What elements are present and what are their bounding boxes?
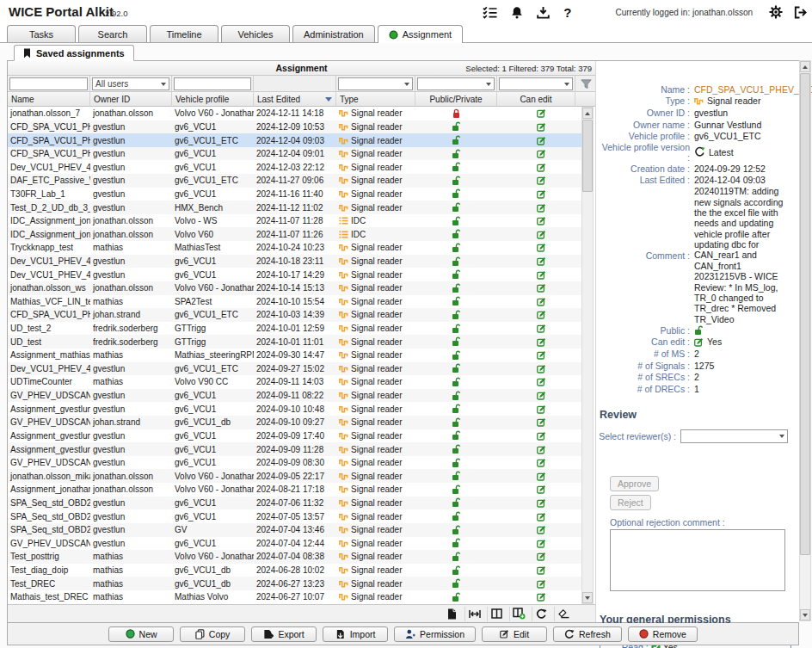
reject-button[interactable]: Reject [610, 495, 651, 510]
logged-in-status: Currently logged in: jonathan.olsson [615, 8, 753, 17]
new-button[interactable]: New [108, 626, 174, 642]
table-row[interactable]: jonathan.olsson_mikajonathan.olssonVolvo… [8, 469, 585, 483]
remove-button[interactable]: Remove [628, 626, 698, 642]
scroll-down-button[interactable] [582, 592, 593, 603]
col-header-name[interactable]: Name [8, 92, 90, 107]
task-list-icon[interactable] [483, 6, 497, 19]
filter-profile-input[interactable] [174, 77, 251, 90]
col-header-canedit[interactable]: Can edit [497, 92, 575, 107]
scrollbar-thumb[interactable] [800, 73, 810, 555]
table-row[interactable]: CFD_SPA_VCU1_PHE...gvestlungv6_VCU12024-… [8, 120, 585, 134]
refresh-button[interactable]: Refresh [553, 626, 622, 642]
table-row[interactable]: Test_posttrigmathiasVolvo V60 - Jonathan… [8, 550, 585, 564]
tab-timeline[interactable]: Timeline [150, 25, 218, 42]
table-row[interactable]: Mathias_VCF_LIN_testmathiasSPA2Test2024-… [8, 295, 585, 309]
table-row[interactable]: Assignment_jonathan.o...jonathan.olssonV… [8, 483, 585, 497]
rejection-comment-textarea[interactable] [610, 529, 785, 591]
col-header-profile[interactable]: Vehicle profile [172, 92, 254, 107]
filter-public-select[interactable] [417, 77, 495, 90]
download-icon[interactable] [537, 6, 550, 19]
table-row[interactable]: SPA_Seq_std_OBD2_v...gvestlungv6_VCU1202… [8, 497, 585, 510]
table-row[interactable]: Dev_VCU1_PHEV_4_4...gvestlungv6_VCU12024… [8, 268, 585, 281]
scroll-up-button[interactable] [582, 108, 593, 119]
columns-button[interactable] [487, 607, 506, 621]
import-button[interactable]: Import [323, 626, 388, 642]
table-row[interactable]: Dev_VCU1_PHEV_4_4...gvestlungv6_VCU12024… [8, 255, 585, 268]
scrollbar-thumb[interactable] [582, 120, 593, 192]
table-row[interactable]: Assignment_mathias_166mathiasMathias_ste… [8, 349, 585, 362]
table-row[interactable]: jonathan.olsson_wsjonathan.olssonVolvo V… [8, 281, 585, 295]
filter-type-select[interactable] [338, 77, 413, 90]
tab-assignment[interactable]: Assignment [378, 25, 463, 43]
table-row[interactable]: IDC_Assignment_jonat...jonathan.olssonVo… [8, 227, 585, 241]
help-icon[interactable]: ? [563, 5, 571, 20]
export-button[interactable]: Export [251, 626, 317, 642]
table-row[interactable]: Test_D_2_UD_db_3_2...gvestlunHMX_Bench20… [8, 201, 585, 214]
table-row[interactable]: UD_testfredrik.soderbergGTTrigg2024-10-0… [8, 335, 585, 349]
tab-administration[interactable]: Administration [292, 25, 375, 42]
green-dot-icon [389, 30, 398, 40]
table-row[interactable]: SPA_Seq_std_OBD2gvestlunGV2024-07-04 13:… [8, 523, 585, 537]
add-column-button[interactable] [509, 607, 528, 621]
scroll-up-button[interactable] [800, 61, 810, 72]
table-row[interactable]: Assignment_gvestlun_...gvestlungv6_VCU12… [8, 402, 585, 416]
table-scrollbar[interactable] [581, 107, 594, 604]
review-heading: Review [600, 409, 800, 421]
signal-reader-icon [339, 350, 348, 360]
lock-open-icon [452, 188, 461, 199]
table-row[interactable]: IDC_Assignment_jonat...jonathan.olssonVo… [8, 214, 585, 228]
table-row[interactable]: GV_PHEV_UDSCAN_...gvestlungv6_VCU12024-0… [8, 456, 585, 470]
tab-tasks[interactable]: Tasks [7, 25, 76, 42]
file-button[interactable] [442, 607, 461, 621]
table-row[interactable]: DAF_ETC_Passive_W...gvestlungv6_VCU1_ETC… [8, 174, 585, 188]
permission-button[interactable]: Permission [394, 626, 476, 642]
table-row[interactable]: Test_DRECmathiasgv6_VCU1_db2024-06-27 13… [8, 577, 585, 590]
filter-name-input[interactable] [9, 77, 88, 90]
tab-search[interactable]: Search [78, 25, 147, 42]
approve-button[interactable]: Approve [610, 476, 659, 491]
table-row[interactable]: CFD_SPA_VCU1_PHE...gvestlungv6_VCU12024-… [8, 147, 585, 161]
col-header-public[interactable]: Public/Private [415, 92, 497, 107]
table-row[interactable]: Dev_VCU1_PHEV_4_4...gvestlungv6_VCU12024… [8, 160, 585, 174]
table-row[interactable]: Assignment_gvestlun_22gvestlungv6_VCU120… [8, 442, 585, 456]
table-row[interactable]: Dev_VCU1_PHEV_4_4...gvestlungv6_VCU1_ETC… [8, 362, 585, 376]
window-scrollbar[interactable] [799, 60, 811, 621]
table-row[interactable]: UDTimeCountermathiasVolvo V90 CC2024-09-… [8, 375, 585, 389]
refresh-button[interactable] [532, 607, 551, 621]
table-row[interactable]: GV_PHEV_UDSCAN_...johan.strandgv6_VCU1_d… [8, 416, 585, 429]
clear-filter-button[interactable] [554, 607, 573, 621]
table-row[interactable]: SPA_Seq_std_OBD2_v...gvestlungv6_VCU1202… [8, 509, 585, 523]
table-row[interactable]: UD_test_2fredrik.soderbergGTTrigg2024-10… [8, 322, 585, 336]
table-row[interactable]: T30FR_Lab_1gvestlungv6_VCU12024-11-16 11… [8, 188, 585, 201]
lock-open-icon [452, 269, 461, 280]
table-row[interactable]: GV_PHEV_UDSCAN_...gvestlungv6_VCU12024-0… [8, 389, 585, 403]
table-row[interactable]: Test_diag_doipmathiasgv6_VCU1_db2024-06-… [8, 564, 585, 577]
tab-vehicles[interactable]: Vehicles [221, 25, 290, 42]
lock-open-icon [452, 497, 461, 508]
assignments-table: Assignment Selected: 1 Filtered: 379 Tot… [8, 61, 596, 622]
bookmark-icon [23, 48, 31, 59]
edit-button[interactable]: Edit [482, 626, 547, 642]
table-row[interactable]: GV_PHEV_UDSCAN_...gvestlungv6_VCU12024-0… [8, 537, 585, 551]
edit-icon [537, 243, 546, 252]
logout-icon[interactable] [794, 6, 807, 19]
scroll-down-button[interactable] [800, 609, 810, 620]
bell-icon[interactable] [511, 6, 523, 19]
table-row[interactable]: Tryckknapp_testmathiasMathiasTest2024-10… [8, 241, 585, 255]
table-row[interactable]: jonathan.olsson_7jonathan.olssonVolvo V6… [8, 107, 585, 120]
table-row[interactable]: Mathais_test_DRECmathiasMathias Volvo202… [8, 590, 585, 604]
select-reviewers-dropdown[interactable] [680, 429, 788, 443]
filter-owner-select[interactable]: All users [92, 77, 169, 90]
table-row[interactable]: CFD_SPA_VCU1_PHE...gvestlungv6_VCU1_ETC2… [8, 133, 585, 147]
table-row[interactable]: Assignment_gvestlun_...gvestlungv6_VCU12… [8, 429, 585, 443]
filter-funnel-icon[interactable] [581, 79, 592, 89]
fit-width-button[interactable] [464, 607, 483, 621]
filter-canedit-select[interactable] [499, 77, 573, 90]
copy-button[interactable]: Copy [180, 626, 245, 642]
gear-icon[interactable] [769, 5, 783, 19]
table-row[interactable]: CFD_SPA_VCU1_PHE...johan.strandgv6_VCU1_… [8, 308, 585, 322]
tab-saved-assignments[interactable]: Saved assignments [14, 45, 134, 61]
col-header-type[interactable]: Type [336, 92, 415, 107]
col-header-last-edited[interactable]: Last Edited [254, 92, 336, 107]
col-header-owner[interactable]: Owner ID [90, 92, 172, 107]
